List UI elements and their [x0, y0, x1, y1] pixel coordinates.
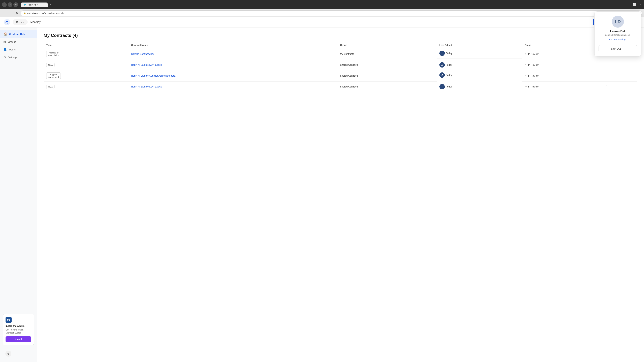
user-avatar: LD — [440, 62, 445, 67]
tab-close-button[interactable]: × — [37, 3, 38, 6]
home-icon: 🏠 — [3, 32, 7, 36]
col-header-contract-name: Contract Name — [128, 42, 338, 48]
window-controls: — ⬜ × — [626, 3, 642, 7]
tab-bar: 🐦 Robin AI × + — [21, 2, 624, 7]
page-title: My Contracts (4) — [44, 33, 637, 38]
col-header-last-edited[interactable]: Last Edited ↑ — [437, 42, 522, 48]
word-icon: W — [6, 317, 12, 323]
stage-value: ✏ In Review — [525, 63, 600, 66]
contract-name-cell: Robin AI Sample Supplier Agreement.docx — [128, 70, 338, 82]
last-edited-date: Today — [446, 74, 452, 76]
table-row: NDARobin AI Sample NDA 2.docxShared Cont… — [44, 82, 637, 92]
svg-point-0 — [4, 19, 10, 25]
addon-description: Get Reports within Microsoft Word! — [6, 328, 31, 334]
contract-name-cell: Robin AI Sample NDA 2.docx — [128, 82, 338, 92]
sidebar-item-groups[interactable]: ⊞ Groups — [0, 38, 37, 45]
word-addon-panel: W Install the Add-in Get Reports within … — [3, 314, 34, 345]
last-edited-cell: LDToday — [437, 60, 522, 70]
tab-title: Robin AI — [28, 3, 36, 6]
more-actions-button[interactable]: ⋮ — [605, 85, 608, 88]
refresh-button[interactable]: ↻ — [15, 11, 19, 15]
stage-value: ✏ In Review — [525, 74, 600, 77]
pencil-icon: ✏ — [525, 63, 527, 66]
type-badge: NDA — [46, 85, 54, 89]
sign-out-label: Sign Out — [611, 47, 621, 50]
sidebar-label-contract-hub: Contract Hub — [9, 33, 25, 35]
contract-name-link[interactable]: Robin AI Sample NDA 1.docx — [131, 63, 162, 66]
contract-group-cell: Shared Contracts — [338, 70, 437, 82]
users-icon: 👤 — [3, 48, 7, 51]
company-name: Moodjoy — [30, 21, 40, 24]
url-bar[interactable]: 🔒 app.robinai.co.uk/review/contract-hub … — [21, 10, 642, 16]
more-actions-cell: ⋮ — [602, 70, 637, 82]
sidebar-item-users[interactable]: 👤 Users — [0, 45, 37, 53]
col-header-stage: Stage — [522, 42, 602, 48]
sign-out-button[interactable]: Sign Out → — [598, 45, 637, 52]
type-badge: Articles of Association — [46, 51, 61, 57]
minimize-button[interactable]: — — [626, 3, 630, 7]
sign-out-icon: → — [622, 47, 625, 50]
maximize-button[interactable]: ⬜ — [632, 3, 637, 7]
sidebar-label-settings: Settings — [8, 56, 17, 59]
more-actions-cell — [602, 60, 637, 70]
contract-type-cell: NDA — [44, 82, 128, 92]
sidebar-footer-button[interactable]: ⚙ — [5, 351, 12, 357]
forward-button[interactable]: → — [8, 11, 13, 15]
pencil-icon: ✏ — [525, 85, 527, 88]
user-avatar: LD — [440, 72, 445, 78]
type-badge: NDA — [46, 63, 54, 67]
active-tab[interactable]: 🐦 Robin AI × — [21, 2, 48, 7]
contract-name-cell: Robin AI Sample NDA 1.docx — [128, 60, 338, 70]
addon-install-button[interactable]: Install — [6, 336, 31, 343]
dropdown-avatar: LD — [612, 15, 624, 28]
url-text: app.robinai.co.uk/review/contract-hub — [27, 12, 64, 14]
more-actions-button[interactable]: ⋮ — [605, 74, 608, 77]
contract-group-cell: Shared Contracts — [338, 82, 437, 92]
address-bar: ← → ↻ 🔒 app.robinai.co.uk/review/contrac… — [0, 9, 644, 17]
sidebar-label-users: Users — [9, 48, 16, 51]
review-nav-button[interactable]: Review — [13, 19, 28, 25]
contract-type-cell: NDA — [44, 60, 128, 70]
back-button[interactable]: ← — [2, 11, 7, 15]
settings-icon: ⚙ — [3, 55, 6, 59]
dropdown-email: dopejot393@konetas.com — [605, 34, 630, 36]
user-avatar: LD — [440, 84, 445, 89]
pencil-icon: ✏ — [525, 74, 527, 77]
contract-name-link[interactable]: Robin AI Sample NDA 2.docx — [131, 85, 162, 88]
stage-cell: ✏ In Review — [522, 70, 602, 82]
table-row: NDARobin AI Sample NDA 1.docxShared Cont… — [44, 60, 637, 70]
contract-group-cell: Shared Contracts — [338, 60, 437, 70]
svg-point-1 — [8, 21, 8, 22]
user-avatar: LD — [440, 51, 445, 56]
last-edited-date: Today — [446, 63, 452, 66]
type-badge: Supplier Agreement — [46, 72, 61, 79]
sort-arrow-icon: ↑ — [453, 44, 454, 46]
sidebar-item-settings[interactable]: ⚙ Settings — [0, 53, 37, 61]
main-layout: 🏠 Contract Hub ⊞ Groups 👤 Users ⚙ Settin… — [0, 27, 644, 362]
last-edited-cell: LDToday — [437, 48, 522, 58]
col-header-type: Type — [44, 42, 128, 48]
contract-type-cell: Articles of Association — [44, 48, 128, 60]
contracts-table: Type Contract Name Group Last Edited ↑ S… — [44, 42, 637, 92]
browser-controls: ← → ↻ — [2, 2, 18, 7]
stage-cell: ✏ In Review — [522, 82, 602, 92]
new-tab-button[interactable]: + — [48, 3, 53, 6]
stage-cell: ✏ In Review — [522, 48, 602, 60]
nav-refresh[interactable]: ↻ — [14, 2, 18, 7]
contract-name-link[interactable]: Sample Contract.docx — [131, 53, 154, 55]
nav-forward[interactable]: → — [8, 2, 12, 7]
table-row: Supplier AgreementRobin AI Sample Suppli… — [44, 70, 637, 82]
close-button[interactable]: × — [638, 3, 642, 7]
addon-title: Install the Add-in — [6, 325, 31, 327]
app-container: Review Moodjoy ⬆ Upload Contract ? LD 🏠 … — [0, 17, 644, 362]
nav-back[interactable]: ← — [2, 2, 7, 7]
sidebar-item-contract-hub[interactable]: 🏠 Contract Hub — [0, 30, 37, 38]
stage-cell: ✏ In Review — [522, 60, 602, 70]
last-edited-date: Today — [446, 52, 452, 55]
contract-name-link[interactable]: Robin AI Sample Supplier Agreement.docx — [131, 74, 176, 77]
user-dropdown: LD Lauren Deli dopejot393@konetas.com Ac… — [594, 11, 641, 56]
secure-icon: 🔒 — [24, 12, 26, 14]
content-area: My Contracts (4) Type Contract Name Grou… — [37, 27, 644, 362]
account-settings-link[interactable]: Account Settings — [609, 38, 626, 41]
table-row: Articles of AssociationSample Contract.d… — [44, 48, 637, 60]
